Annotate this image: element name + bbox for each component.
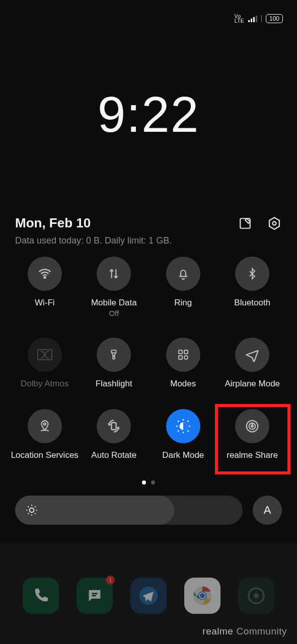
tile-auto-rotate[interactable]: Auto Rotate xyxy=(80,409,149,460)
data-icon xyxy=(97,257,131,291)
edit-button[interactable] xyxy=(238,216,253,231)
svg-line-32 xyxy=(35,513,36,514)
notification-shade: Vo LTE 100 9:22 Mon, Feb 10 Data used to… xyxy=(0,0,297,644)
watermark: realmeCommunity xyxy=(202,626,287,637)
header-row: Mon, Feb 10 xyxy=(15,215,282,231)
page-dot-2 xyxy=(151,480,155,485)
svg-point-6 xyxy=(113,356,114,357)
tile-label: Dark Mode xyxy=(162,450,204,460)
bluetooth-icon xyxy=(235,257,269,291)
svg-line-31 xyxy=(28,506,29,507)
tile-label: Bluetooth xyxy=(234,298,270,308)
battery-indicator: 100 xyxy=(266,14,283,23)
data-usage-text: Data used today: 0 B. Daily limit: 1 GB. xyxy=(15,235,172,246)
svg-line-20 xyxy=(178,431,179,432)
tile-dolby[interactable]: Dolby Atmos xyxy=(10,338,80,389)
page-dot-1 xyxy=(142,480,146,485)
tile-label: Modes xyxy=(170,379,196,389)
status-bar: Vo LTE 100 xyxy=(235,14,283,23)
tile-mobile-data[interactable]: Mobile Data Off xyxy=(80,257,149,317)
tile-label: Airplane Mode xyxy=(225,379,280,389)
bell-icon xyxy=(166,257,200,291)
flashlight-icon xyxy=(97,338,131,372)
brightness-slider[interactable] xyxy=(15,496,243,525)
tile-ring[interactable]: Ring xyxy=(148,257,218,317)
dolby-icon xyxy=(28,338,62,372)
tile-label: Location Services xyxy=(11,450,79,460)
tile-wifi[interactable]: Wi-Fi xyxy=(10,257,80,317)
tile-location[interactable]: Location Services xyxy=(10,409,80,460)
tile-label: Dolby Atmos xyxy=(21,379,68,389)
svg-point-2 xyxy=(273,221,276,225)
tile-label: Auto Rotate xyxy=(91,450,136,460)
brightness-icon xyxy=(25,504,38,517)
tile-airplane[interactable]: Airplane Mode xyxy=(218,338,287,389)
tile-label: Mobile Data xyxy=(91,298,137,308)
signal-icon xyxy=(248,15,257,22)
svg-point-3 xyxy=(44,277,45,278)
svg-rect-5 xyxy=(112,350,116,353)
page-indicator xyxy=(0,480,297,485)
tile-dark-mode[interactable]: Dark Mode xyxy=(148,409,218,460)
tile-modes[interactable]: Modes xyxy=(148,338,218,389)
svg-marker-1 xyxy=(269,217,279,229)
settings-button[interactable] xyxy=(267,216,282,231)
date: Mon, Feb 10 xyxy=(15,215,91,231)
rotate-icon xyxy=(97,409,131,443)
dock: 1 xyxy=(0,578,297,614)
tile-label: Flashlight xyxy=(96,379,132,389)
phone-app[interactable] xyxy=(23,578,59,614)
modes-icon xyxy=(166,338,200,372)
chrome-app[interactable] xyxy=(184,578,220,614)
svg-line-21 xyxy=(188,431,189,432)
location-icon xyxy=(28,409,62,443)
svg-point-10 xyxy=(184,356,188,359)
svg-rect-12 xyxy=(112,423,116,430)
tile-label: Wi-Fi xyxy=(35,298,55,308)
divider xyxy=(261,15,262,22)
highlight-box xyxy=(215,404,290,474)
clock: 9:22 xyxy=(0,86,297,143)
airplane-icon xyxy=(235,338,269,372)
svg-line-34 xyxy=(35,506,36,507)
svg-point-11 xyxy=(44,423,46,425)
svg-rect-8 xyxy=(184,350,188,354)
auto-brightness-button[interactable]: A xyxy=(253,496,282,525)
svg-line-18 xyxy=(178,421,179,422)
brightness-row: A xyxy=(15,496,282,525)
svg-line-19 xyxy=(188,421,189,422)
telegram-app[interactable] xyxy=(130,578,167,614)
camera-app[interactable] xyxy=(238,578,274,614)
volte-indicator: Vo LTE xyxy=(235,14,244,23)
svg-point-41 xyxy=(200,593,205,598)
svg-rect-9 xyxy=(179,356,182,359)
messages-badge: 1 xyxy=(106,576,115,585)
wifi-icon xyxy=(28,257,62,291)
dark-mode-icon xyxy=(166,409,200,443)
svg-rect-7 xyxy=(179,350,182,354)
tile-label: Ring xyxy=(174,298,192,308)
tile-bluetooth[interactable]: Bluetooth xyxy=(218,257,287,317)
svg-point-26 xyxy=(30,508,34,513)
svg-point-43 xyxy=(254,593,259,598)
messages-app[interactable]: 1 xyxy=(77,578,113,614)
tile-flashlight[interactable]: Flashlight xyxy=(80,338,149,389)
svg-line-33 xyxy=(28,513,29,514)
tile-sublabel: Off xyxy=(109,309,119,317)
